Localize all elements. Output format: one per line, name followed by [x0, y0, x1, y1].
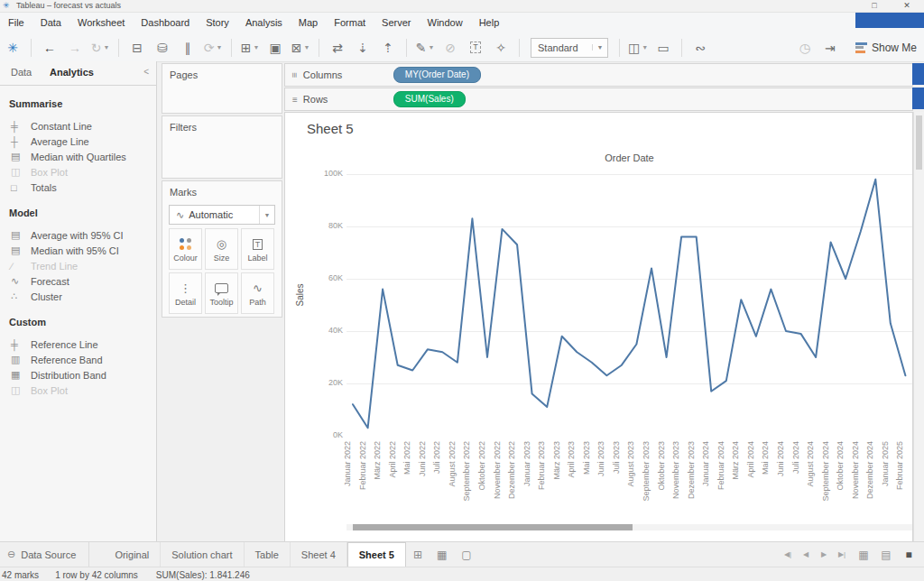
tooltip-icon [215, 281, 228, 297]
menu-item-worksheet[interactable]: Worksheet [69, 13, 133, 33]
sort-descending-icon[interactable]: ⇡ [377, 37, 399, 59]
analytics-item-median-with-quartiles[interactable]: ▤Median with Quartiles [0, 149, 156, 164]
analytics-item-average-line[interactable]: ┼Average Line [0, 134, 156, 149]
menu-item-window[interactable]: Window [420, 13, 471, 33]
menu-item-story[interactable]: Story [198, 13, 237, 33]
maximize-button[interactable]: □ [861, 0, 888, 11]
analytics-item-average-with-95-ci[interactable]: ▤Average with 95% CI [0, 227, 156, 243]
show-tabs-view-icon[interactable]: ▦ [854, 549, 873, 561]
data-source-icon: ⊖ [7, 549, 15, 560]
fix-axes-icon[interactable]: ✧ [490, 37, 512, 59]
detail-button[interactable]: ⋮Detail [169, 272, 202, 314]
new-worksheet-tab-icon[interactable]: ⊞ [406, 542, 430, 567]
vertical-scrollbar[interactable] [913, 112, 924, 541]
pause-highlight-icon[interactable]: ⇥ [819, 37, 841, 59]
menu-item-help[interactable]: Help [471, 13, 508, 33]
presentation-icon[interactable]: ▭ [652, 37, 674, 59]
sheet-tab-sheet-5[interactable]: Sheet 5 [347, 542, 406, 567]
menu-item-dashboard[interactable]: Dashboard [133, 13, 198, 33]
show-sheet-sorter-icon[interactable]: ■ [899, 549, 919, 561]
new-dashboard-tab-icon[interactable]: ▦ [430, 542, 454, 567]
x-tick-label: Mai 2023 [581, 441, 592, 512]
new-story-tab-icon[interactable]: ▢ [454, 542, 478, 567]
menu-item-file[interactable]: File [0, 13, 32, 33]
tab-analytics[interactable]: Analytics [50, 67, 94, 78]
x-tick-label: Januar 2024 [700, 441, 711, 512]
show-me-button[interactable]: Show Me [855, 42, 917, 54]
menu-item-format[interactable]: Format [326, 13, 374, 33]
filters-card[interactable]: Filters [162, 115, 282, 179]
columns-shelf[interactable]: ≡ Columns MY(Order Date) [284, 63, 913, 87]
y-axis-label: Sales [295, 260, 306, 330]
detail-icon: ⋮ [180, 281, 191, 297]
next-tab-icon[interactable]: ▶ [815, 550, 833, 558]
mark-type-dropdown[interactable]: ∿ Automatic ▼ [169, 205, 275, 225]
menu-item-data[interactable]: Data [32, 13, 69, 33]
analytics-item-median-with-95-ci[interactable]: ▤Median with 95% CI [0, 243, 156, 258]
collapse-panel-icon[interactable]: < [143, 67, 149, 77]
duplicate-icon[interactable]: ▣ [264, 37, 286, 59]
tableau-logo-icon[interactable]: ✳ [2, 37, 23, 59]
format-icon: ⊘ [439, 37, 461, 59]
toolbar-separator [519, 39, 520, 57]
save-icon[interactable]: ⊟ [126, 37, 148, 59]
vertical-scrollbar-thumb[interactable] [916, 115, 922, 170]
shelf-edge-accent-top [912, 63, 924, 85]
analytics-item-distribution-band[interactable]: ▦Distribution Band [0, 367, 156, 383]
menu-item-analysis[interactable]: Analysis [237, 13, 291, 33]
x-tick-label: Februar 2025 [894, 441, 905, 512]
previous-tab-icon[interactable]: ◀ [797, 550, 815, 558]
share-icon[interactable]: ∾ [689, 37, 711, 59]
sales-line-chart [346, 168, 912, 438]
analytics-item-constant-line[interactable]: ╪Constant Line [0, 118, 156, 134]
columns-shelf-icon: ≡ [290, 72, 300, 78]
text-label-icon[interactable]: T [465, 37, 486, 59]
colour-button[interactable]: Colour [169, 228, 202, 270]
pill-order-date[interactable]: MY(Order Date) [393, 67, 481, 83]
sheet-tab-table[interactable]: Table [245, 542, 291, 567]
mark-button-label: Tooltip [209, 298, 233, 307]
back-icon[interactable]: ← [39, 37, 60, 59]
sort-ascending-icon[interactable]: ⇣ [352, 37, 374, 59]
x-tick-label: Mai 2022 [402, 441, 412, 512]
first-tab-icon[interactable]: ◀| [779, 550, 797, 558]
new-worksheet-icon[interactable]: ⊞▼ [239, 37, 261, 59]
size-button[interactable]: ◎Size [205, 228, 238, 270]
analytics-item-totals[interactable]: □Totals [0, 180, 156, 195]
x-tick-label: September 2024 [820, 441, 831, 512]
horizontal-scrollbar[interactable] [346, 524, 912, 530]
show-filmstrip-view-icon[interactable]: ▤ [876, 549, 896, 561]
rows-shelf[interactable]: ≡ Rows SUM(Sales) [284, 88, 913, 111]
tooltip-button[interactable]: Tooltip [205, 272, 238, 314]
pages-card[interactable]: Pages [162, 63, 282, 114]
y-tick-label: 20K [291, 378, 343, 387]
data-source-tab[interactable]: ⊖ Data Source [0, 542, 89, 567]
swap-axes-icon[interactable]: ⇄ [327, 37, 348, 59]
colour-icon [180, 238, 191, 250]
pill-sum-sales[interactable]: SUM(Sales) [393, 91, 466, 107]
clear-sheet-icon[interactable]: ⊠▼ [290, 37, 311, 59]
menu-item-server[interactable]: Server [374, 13, 419, 33]
analytics-item-label: Box Plot [31, 385, 68, 396]
marks-card-title: Marks [162, 181, 282, 203]
sheet-tab-original[interactable]: Original [104, 542, 161, 567]
menu-item-map[interactable]: Map [291, 13, 326, 33]
label-button[interactable]: TLabel [241, 228, 274, 270]
pause-updates-icon[interactable]: ∥ [177, 37, 199, 59]
horizontal-scrollbar-thumb[interactable] [353, 524, 633, 530]
sheet-tab-solution-chart[interactable]: Solution chart [161, 542, 244, 567]
analytics-item-reference-band[interactable]: ▥Reference Band [0, 352, 156, 367]
chart-title: Order Date [346, 152, 912, 163]
highlight-icon[interactable]: ✎▼ [414, 37, 436, 59]
fit-icon[interactable]: ◫▼ [627, 37, 649, 59]
new-data-source-icon[interactable]: ⛁ [152, 37, 173, 59]
analytics-item-cluster[interactable]: ∴Cluster [0, 289, 156, 304]
path-button[interactable]: ∿Path [241, 272, 274, 314]
close-button[interactable]: ✕ [893, 0, 920, 11]
tab-data[interactable]: Data [11, 67, 32, 78]
sheet-tab-sheet-4[interactable]: Sheet 4 [291, 542, 347, 567]
analytics-item-forecast[interactable]: ∿Forecast [0, 273, 156, 289]
analytics-item-reference-line[interactable]: ╪Reference Line [0, 337, 156, 352]
fit-mode-select[interactable]: Standard ▼ [531, 38, 608, 58]
last-tab-icon[interactable]: ▶| [833, 550, 851, 558]
